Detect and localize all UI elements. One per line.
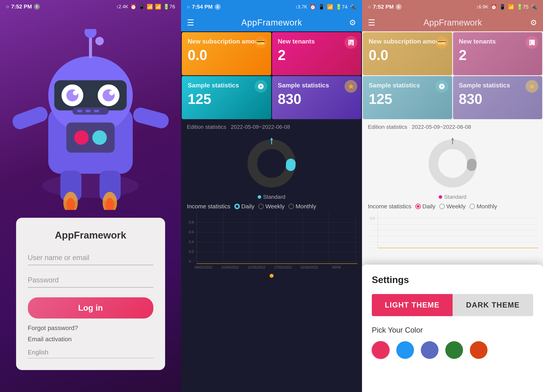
- status-badge-light: 6: [396, 4, 402, 10]
- radio-weekly-label-dark: Weekly: [265, 203, 284, 210]
- radio-daily-dark[interactable]: Daily: [234, 203, 255, 210]
- tenants-icon-dark: [345, 36, 357, 49]
- password-input[interactable]: [28, 273, 153, 287]
- wifi-icon-dark: 📶: [327, 4, 333, 10]
- stats-grid-dark: 💳 New subscription amount 0.0 New tenant…: [181, 31, 362, 120]
- radio-weekly-label-light: Weekly: [446, 203, 465, 210]
- edition-section-dark: Edition statistics 2022-05-09~2022-06-08: [181, 120, 362, 134]
- color-swatch-green[interactable]: [445, 341, 463, 359]
- dark-dashboard-panel: ○ 7:54 PM 6 ↕3.7K ⏰ 📱 📶 🔋74 🔌 ☰ AppFrame…: [181, 0, 362, 392]
- donut-chart-dark: [244, 136, 299, 191]
- color-swatch-red[interactable]: [372, 341, 390, 359]
- radio-monthly-light[interactable]: Monthly: [469, 203, 497, 210]
- svg-rect-18: [131, 106, 170, 130]
- sample1-icon-light: [436, 80, 448, 93]
- svg-rect-12: [86, 110, 90, 112]
- svg-text:0.6: 0.6: [189, 230, 194, 234]
- svg-marker-61: [451, 137, 454, 140]
- status-circle-dark: ○: [187, 4, 190, 10]
- svg-text:0.4: 0.4: [189, 240, 194, 244]
- income-chart-svg-light: 0.8: [370, 213, 538, 252]
- income-section-light: Income statistics Daily Weekly Monthly: [362, 200, 543, 256]
- color-swatch-indigo[interactable]: [421, 341, 438, 359]
- svg-text:0.8: 0.8: [370, 216, 375, 220]
- income-header-light: Income statistics Daily Weekly Monthly: [368, 203, 537, 210]
- signal-icon: 📶: [155, 4, 161, 10]
- svg-point-29: [252, 144, 291, 183]
- status-bar-light: ○ 7:52 PM 6 ↕6.9K ⏰ 📱 📶 🔋75 🔌: [362, 0, 543, 14]
- status-badge-dark: 6: [215, 4, 221, 10]
- status-circle-icon: ○: [6, 4, 9, 10]
- color-swatch-blue[interactable]: [396, 341, 414, 359]
- stat-value-sample1-light: 125: [369, 91, 446, 107]
- stat-card-sample2-light[interactable]: Sample statistics 830: [453, 76, 543, 119]
- radio-monthly-label-dark: Monthly: [295, 203, 316, 210]
- stat-label-sample2: Sample statistics: [278, 82, 356, 89]
- login-button[interactable]: Log in: [28, 297, 153, 319]
- hamburger-menu-light[interactable]: ☰: [368, 18, 375, 28]
- stat-card-subscription-light[interactable]: 💳 New subscription amount 0.0: [363, 32, 452, 75]
- edition-label-dark: Edition statistics: [187, 124, 226, 130]
- status-circle-light: ○: [368, 4, 371, 10]
- income-label-light: Income statistics: [368, 203, 411, 210]
- svg-rect-11: [77, 110, 82, 112]
- wifi-icon-light: 📶: [508, 4, 514, 10]
- svg-point-58: [433, 144, 472, 183]
- hamburger-menu-dark[interactable]: ☰: [187, 18, 194, 28]
- radio-monthly-circle-light: [469, 204, 475, 209]
- stat-value-subscription: 0.0: [188, 47, 265, 63]
- svg-point-9: [109, 90, 114, 95]
- subscription-icon-light: 💳: [436, 36, 448, 49]
- radio-inner-dark: [236, 205, 238, 208]
- donut-section-dark: Standard: [181, 134, 362, 200]
- stat-value-sample2: 830: [278, 91, 356, 107]
- alarm-icon-dark: ⏰: [310, 4, 316, 10]
- login-card: AppFramework Log in Forgot password? Ema…: [16, 218, 165, 370]
- forgot-password-link[interactable]: Forgot password?: [28, 324, 78, 332]
- alarm-icon-light: ⏰: [491, 4, 497, 10]
- radio-weekly-light[interactable]: Weekly: [439, 203, 465, 210]
- svg-point-15: [85, 29, 97, 38]
- donut-legend-dark: Standard: [258, 194, 286, 200]
- svg-marker-28: [348, 84, 354, 89]
- stat-value-tenants-light: 2: [459, 47, 537, 63]
- stat-card-sample1-dark[interactable]: Sample statistics 125: [182, 76, 271, 119]
- radio-weekly-circle-light: [439, 204, 445, 209]
- email-activation-link[interactable]: Email activation: [28, 336, 72, 343]
- light-theme-button[interactable]: LIGHT THEME: [372, 294, 452, 316]
- svg-point-0: [42, 174, 139, 198]
- stat-value-sub-light: 0.0: [369, 47, 446, 63]
- status-time: 7:52 PM: [11, 4, 32, 10]
- stat-card-sample1-light[interactable]: Sample statistics 125: [363, 76, 452, 119]
- svg-text:21/05/2022: 21/05/2022: [248, 265, 265, 269]
- data-usage-light: ↕6.9K: [476, 4, 488, 10]
- svg-point-27: [92, 130, 107, 145]
- settings-icon-light[interactable]: ⚙: [530, 18, 537, 27]
- income-label-dark: Income statistics: [187, 203, 230, 210]
- svg-marker-32: [270, 137, 273, 140]
- radio-daily-label-dark: Daily: [241, 203, 255, 210]
- stat-card-sample2-dark[interactable]: Sample statistics 830: [272, 76, 362, 119]
- stat-card-tenants-light[interactable]: New tenants 2: [453, 32, 543, 75]
- settings-icon-dark[interactable]: ⚙: [349, 18, 356, 27]
- color-swatch-orange[interactable]: [470, 341, 487, 359]
- radio-monthly-dark[interactable]: Monthly: [288, 203, 316, 210]
- status-bar-login: ○ 7:52 PM 5 ↕2.4K ⏰ 📱 📶 📶 🔋76: [0, 0, 181, 13]
- battery-dark: 🔋74: [335, 4, 347, 10]
- legend-label-dark: Standard: [263, 194, 286, 200]
- stat-card-tenants-dark[interactable]: New tenants 2: [272, 32, 362, 75]
- edition-date-dark: 2022-05-09~2022-06-08: [231, 124, 290, 130]
- stat-value-sample2-light: 830: [459, 91, 537, 107]
- username-input[interactable]: [28, 251, 153, 265]
- color-picker-label: Pick Your Color: [372, 326, 533, 334]
- radio-daily-light[interactable]: Daily: [415, 203, 436, 210]
- svg-text:0.2: 0.2: [189, 250, 194, 254]
- stat-card-subscription-dark[interactable]: 💳 New subscription amount 0.0: [182, 32, 271, 75]
- stat-label-sample2-light: Sample statistics: [459, 82, 537, 89]
- dark-theme-button[interactable]: DARK THEME: [452, 294, 533, 316]
- radio-weekly-dark[interactable]: Weekly: [258, 203, 284, 210]
- svg-text:09/05/2022: 09/05/2022: [195, 265, 212, 269]
- svg-text:08/06: 08/06: [332, 265, 341, 269]
- language-selector[interactable]: English: [28, 349, 153, 358]
- stat-label-sample1-light: Sample statistics: [369, 82, 446, 89]
